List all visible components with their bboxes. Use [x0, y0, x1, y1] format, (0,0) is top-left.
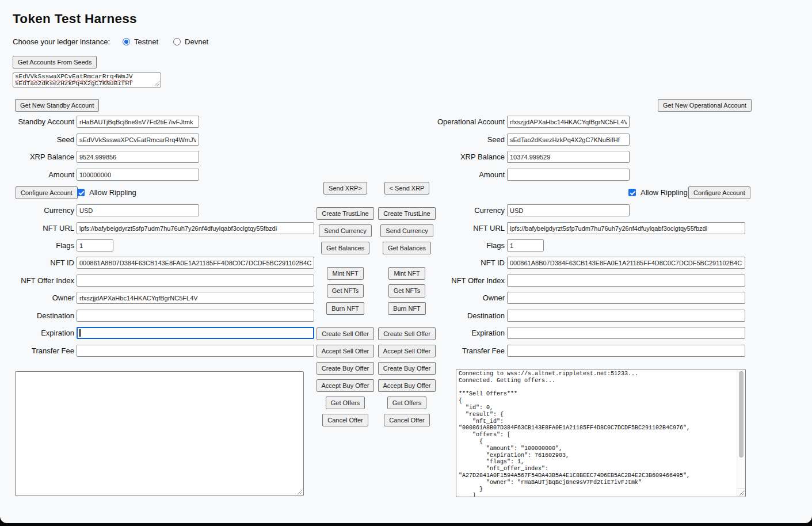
operational-expiration-input[interactable] — [507, 327, 745, 339]
standby-create-buy-offer-button[interactable]: Create Buy Offer — [317, 362, 374, 375]
testnet-radio[interactable] — [123, 38, 130, 45]
standby-expiration-input[interactable] — [77, 327, 314, 339]
operational-nft-offer-index-input[interactable] — [507, 275, 745, 287]
resize-grip-icon[interactable] — [154, 81, 160, 86]
operational-destination-input[interactable] — [507, 310, 745, 322]
standby-nft-offer-index-row: NFT Offer Index — [0, 275, 314, 287]
standby-amount-input[interactable] — [77, 169, 199, 181]
standby-transfer-fee-input[interactable] — [77, 345, 314, 357]
operational-actions-column: < Send XRP Create TrustLine Send Currenc… — [372, 182, 441, 426]
operational-configure-account-button[interactable]: Configure Account — [688, 186, 750, 199]
operational-xrp-balance-input[interactable] — [507, 151, 630, 163]
operational-destination-label: Destination — [380, 311, 507, 320]
standby-seed-label: Seed — [0, 135, 77, 144]
standby-nft-id-input[interactable] — [77, 257, 314, 269]
standby-flags-row: Flags — [0, 239, 113, 251]
operational-currency-input[interactable] — [507, 204, 630, 216]
standby-owner-input[interactable] — [77, 292, 314, 304]
standby-configure-account-button[interactable]: Configure Account — [16, 186, 78, 199]
standby-allow-rippling-label: Allow Rippling — [89, 188, 136, 197]
standby-get-nfts-button[interactable]: Get NFTs — [327, 284, 364, 297]
standby-get-balances-button[interactable]: Get Balances — [321, 242, 369, 254]
operational-owner-label: Owner — [380, 294, 507, 302]
operational-send-xrp-button[interactable]: < Send XRP — [384, 182, 430, 195]
standby-send-currency-button[interactable]: Send Currency — [319, 224, 371, 237]
operational-flags-row: Flags — [380, 239, 544, 251]
operational-cancel-offer-button[interactable]: Cancel Offer — [384, 414, 430, 426]
operational-account-input[interactable] — [507, 116, 630, 128]
operational-seed-input[interactable] — [507, 134, 630, 146]
standby-currency-label: Currency — [0, 206, 77, 215]
operational-expiration-row: Expiration — [380, 327, 745, 339]
standby-nft-url-row: NFT URL — [0, 222, 314, 234]
standby-seed-input[interactable] — [77, 134, 199, 146]
operational-get-offers-button[interactable]: Get Offers — [387, 397, 427, 409]
standby-create-trustline-button[interactable]: Create TrustLine — [317, 207, 373, 220]
text-caret — [79, 329, 81, 337]
operational-nft-id-row: NFT ID — [380, 257, 745, 269]
operational-results-textarea[interactable]: Connecting to wss://s.altnet.rippletest.… — [456, 369, 746, 497]
standby-owner-row: Owner — [0, 292, 314, 304]
standby-expiration-row: Expiration — [0, 327, 314, 339]
standby-burn-nft-button[interactable]: Burn NFT — [326, 302, 364, 315]
operational-create-buy-offer-button[interactable]: Create Buy Offer — [378, 362, 436, 375]
operational-results-text: Connecting to wss://s.altnet.rippletest.… — [456, 369, 745, 497]
standby-send-xrp-button[interactable]: Send XRP> — [323, 182, 367, 195]
operational-allow-rippling-checkbox[interactable] — [628, 189, 636, 196]
operational-accept-buy-offer-button[interactable]: Accept Buy Offer — [378, 379, 436, 392]
ledger-instance-row: Choose your ledger instance: Testnet Dev… — [13, 37, 223, 46]
standby-mint-nft-button[interactable]: Mint NFT — [327, 267, 363, 280]
operational-account-label: Operational Account — [380, 117, 507, 126]
get-new-operational-account-button[interactable]: Get New Operational Account — [658, 99, 752, 112]
standby-nft-offer-index-label: NFT Offer Index — [0, 276, 77, 285]
standby-accept-buy-offer-button[interactable]: Accept Buy Offer — [317, 379, 375, 392]
standby-xrp-balance-input[interactable] — [77, 151, 199, 163]
standby-xrp-balance-row: XRP Balance — [0, 151, 199, 163]
operational-flags-input[interactable] — [507, 239, 544, 251]
standby-flags-input[interactable] — [77, 239, 113, 251]
standby-transfer-fee-row: Transfer Fee — [0, 345, 314, 357]
operational-flags-label: Flags — [380, 241, 507, 250]
operational-allow-rippling-row: Allow Rippling — [628, 186, 692, 199]
devnet-radio[interactable] — [173, 38, 181, 45]
standby-nft-url-label: NFT URL — [0, 224, 77, 232]
operational-destination-row: Destination — [380, 310, 745, 322]
standby-currency-input[interactable] — [77, 204, 199, 216]
operational-nft-url-row: NFT URL — [380, 222, 745, 234]
standby-allow-rippling-checkbox[interactable] — [77, 189, 85, 196]
operational-seed-row: Seed — [380, 134, 630, 146]
standby-create-sell-offer-button[interactable]: Create Sell Offer — [317, 327, 374, 340]
scrollbar-thumb[interactable] — [739, 371, 744, 458]
standby-cancel-offer-button[interactable]: Cancel Offer — [322, 414, 368, 426]
operational-xrp-balance-row: XRP Balance — [380, 151, 630, 163]
seed-line-2: sEdTao2dKsezHzkPq4X2gC7KNuBifHf — [15, 81, 159, 87]
operational-nft-id-input[interactable] — [507, 257, 745, 269]
seeds-textarea[interactable]: sEdVVkSsswaXPCvEatRmcarRrq4WmJV sEdTao2d… — [13, 73, 161, 87]
devnet-radio-group[interactable]: Devnet — [173, 37, 208, 46]
operational-amount-input[interactable] — [507, 169, 630, 181]
standby-destination-input[interactable] — [77, 310, 314, 322]
standby-get-offers-button[interactable]: Get Offers — [326, 397, 365, 409]
operational-owner-row: Owner — [380, 292, 745, 304]
operational-transfer-fee-input[interactable] — [507, 345, 745, 357]
standby-flags-label: Flags — [0, 241, 77, 250]
get-accounts-from-seeds-button[interactable]: Get Accounts From Seeds — [13, 56, 97, 68]
standby-nft-offer-index-input[interactable] — [77, 275, 314, 287]
get-new-standby-account-button[interactable]: Get New Standby Account — [15, 99, 99, 112]
standby-results-textarea[interactable] — [15, 371, 304, 496]
standby-account-input[interactable] — [77, 116, 199, 128]
testnet-radio-group[interactable]: Testnet — [123, 37, 158, 46]
ledger-instance-label: Choose your ledger instance: — [13, 37, 110, 46]
operational-nft-offer-index-label: NFT Offer Index — [380, 276, 507, 285]
operational-transfer-fee-row: Transfer Fee — [380, 345, 745, 357]
page: Token Test Harness Choose your ledger in… — [0, 0, 812, 523]
resize-grip-icon[interactable] — [739, 490, 745, 496]
standby-nft-url-input[interactable] — [77, 222, 314, 234]
devnet-radio-label: Devnet — [185, 37, 208, 46]
resize-grip-icon[interactable] — [297, 489, 303, 495]
standby-owner-label: Owner — [0, 294, 77, 302]
operational-owner-input[interactable] — [507, 292, 745, 304]
standby-accept-sell-offer-button[interactable]: Accept Sell Offer — [317, 345, 374, 357]
operational-nft-url-input[interactable] — [507, 222, 745, 234]
scrollbar-track[interactable] — [737, 370, 745, 488]
